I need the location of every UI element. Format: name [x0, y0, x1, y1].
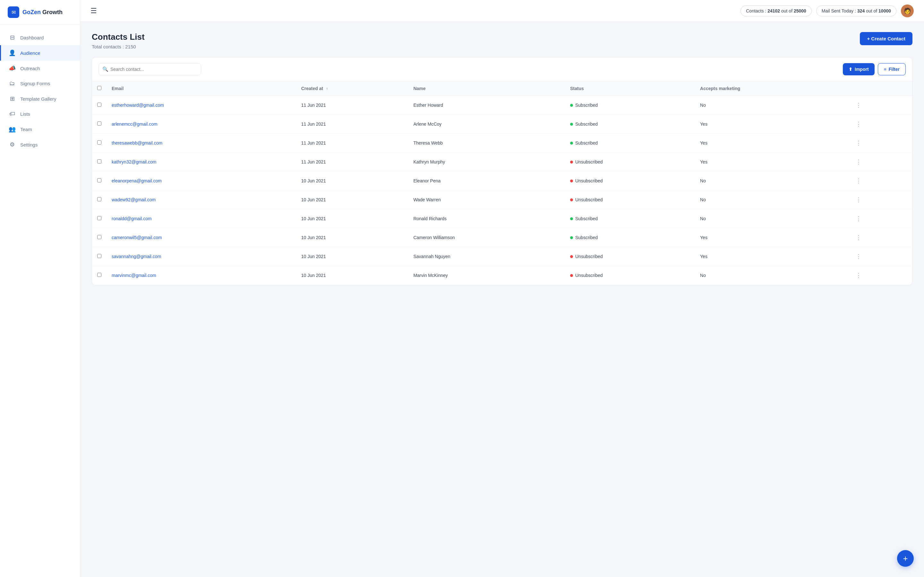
create-contact-button[interactable]: + Create Contact	[860, 32, 913, 45]
avatar[interactable]: 🧑	[901, 5, 914, 17]
row-marketing-2: Yes	[695, 134, 848, 153]
sidebar-item-settings[interactable]: ⚙Settings	[0, 137, 80, 152]
row-created-at-3: 11 Jun 2021	[296, 153, 409, 171]
row-checkbox-cell-1	[92, 115, 107, 134]
row-email-8: savannahng@gmail.com	[107, 247, 296, 266]
select-all-checkbox[interactable]	[97, 86, 102, 90]
row-marketing-7: Yes	[695, 228, 848, 247]
sidebar-item-lists[interactable]: 🏷Lists	[0, 106, 80, 121]
status-dot-9	[570, 274, 573, 277]
header-left: ☰	[90, 7, 97, 15]
email-link-1[interactable]: arlenemcc@gmail.com	[111, 121, 158, 127]
row-checkbox-9[interactable]	[97, 273, 102, 277]
row-checkbox-0[interactable]	[97, 103, 102, 107]
template-gallery-icon: ⊞	[9, 95, 16, 102]
email-link-5[interactable]: wadew92@gmail.com	[111, 197, 156, 202]
page-header: Contacts List Total contacts : 2150 + Cr…	[92, 32, 913, 49]
email-link-3[interactable]: kathryn32@gmail.com	[111, 159, 157, 164]
row-more-button-7[interactable]: ⋮	[853, 233, 864, 242]
import-icon: ⬆	[849, 67, 853, 72]
search-input[interactable]	[99, 63, 201, 75]
row-more-button-3[interactable]: ⋮	[853, 157, 864, 167]
outreach-icon: 📣	[9, 65, 16, 72]
row-checkbox-4[interactable]	[97, 178, 102, 182]
sidebar-label-signup-forms: Signup Forms	[20, 81, 50, 86]
row-more-button-4[interactable]: ⋮	[853, 176, 864, 185]
email-link-9[interactable]: marvinmc@gmail.com	[111, 273, 156, 278]
row-created-at-4: 10 Jun 2021	[296, 171, 409, 190]
status-dot-0	[570, 104, 573, 107]
table-header: Email Created at ↑ Name Status Accepts m…	[92, 81, 912, 96]
hamburger-icon[interactable]: ☰	[90, 7, 97, 15]
col-email: Email	[107, 81, 296, 96]
dashboard-icon: ⊟	[9, 34, 16, 41]
status-dot-4	[570, 179, 573, 182]
toolbar-actions: ⬆ Import ≡ Filter	[843, 63, 906, 75]
row-more-button-1[interactable]: ⋮	[853, 119, 864, 129]
table-row: eleanorpena@gmail.com 10 Jun 2021 Eleano…	[92, 171, 912, 190]
row-more-button-2[interactable]: ⋮	[853, 138, 864, 148]
row-marketing-1: Yes	[695, 115, 848, 134]
row-checkbox-2[interactable]	[97, 140, 102, 145]
row-more-6: ⋮	[848, 210, 912, 228]
row-created-at-5: 10 Jun 2021	[296, 190, 409, 210]
row-more-button-8[interactable]: ⋮	[853, 251, 864, 261]
main-content: Contacts List Total contacts : 2150 + Cr…	[80, 22, 924, 577]
row-checkbox-cell-8	[92, 247, 107, 266]
row-more-2: ⋮	[848, 134, 912, 153]
row-more-button-9[interactable]: ⋮	[853, 271, 864, 280]
row-more-button-6[interactable]: ⋮	[853, 214, 864, 223]
email-link-2[interactable]: theresawebb@gmail.com	[111, 140, 162, 145]
table-header-row: Email Created at ↑ Name Status Accepts m…	[92, 81, 912, 96]
email-link-4[interactable]: eleanorpena@gmail.com	[111, 178, 162, 183]
table-row: cameronwil5@gmail.com 10 Jun 2021 Camero…	[92, 228, 912, 247]
sidebar-item-template-gallery[interactable]: ⊞Template Gallery	[0, 91, 80, 106]
sidebar-item-team[interactable]: 👥Team	[0, 121, 80, 137]
sidebar: ✉ GoZen Growth ⊟Dashboard👤Audience📣Outre…	[0, 0, 80, 577]
row-status-0: Subscribed	[565, 96, 695, 115]
sidebar-label-template-gallery: Template Gallery	[20, 96, 57, 102]
row-name-2: Theresa Webb	[408, 134, 565, 153]
row-checkbox-cell-5	[92, 190, 107, 210]
row-name-5: Wade Warren	[408, 190, 565, 210]
email-link-8[interactable]: savannahng@gmail.com	[111, 254, 161, 259]
fab-button[interactable]: +	[897, 550, 914, 567]
filter-button[interactable]: ≡ Filter	[878, 63, 906, 75]
sidebar-item-dashboard[interactable]: ⊟Dashboard	[0, 30, 80, 45]
sidebar-item-signup-forms[interactable]: 🗂Signup Forms	[0, 76, 80, 91]
row-more-3: ⋮	[848, 153, 912, 171]
lists-icon: 🏷	[9, 111, 16, 117]
email-link-7[interactable]: cameronwil5@gmail.com	[111, 235, 162, 240]
sidebar-item-audience[interactable]: 👤Audience	[0, 45, 80, 61]
email-link-0[interactable]: estherhoward@gmail.com	[111, 103, 164, 108]
row-checkbox-cell-4	[92, 171, 107, 190]
status-dot-6	[570, 218, 573, 220]
row-created-at-8: 10 Jun 2021	[296, 247, 409, 266]
row-checkbox-6[interactable]	[97, 216, 102, 220]
contacts-badge: Contacts : 24102 out of 25000	[740, 5, 812, 16]
settings-icon: ⚙	[9, 141, 16, 148]
status-dot-3	[570, 161, 573, 163]
row-name-9: Marvin McKinney	[408, 266, 565, 285]
page-title: Contacts List	[92, 32, 145, 42]
row-checkbox-7[interactable]	[97, 235, 102, 239]
sidebar-item-outreach[interactable]: 📣Outreach	[0, 61, 80, 76]
row-checkbox-cell-9	[92, 266, 107, 285]
email-link-6[interactable]: ronaldd@gmail.com	[111, 216, 152, 221]
row-more-button-5[interactable]: ⋮	[853, 195, 864, 205]
sidebar-label-outreach: Outreach	[20, 66, 40, 71]
row-checkbox-3[interactable]	[97, 159, 102, 163]
row-more-button-0[interactable]: ⋮	[853, 100, 864, 110]
row-marketing-6: No	[695, 210, 848, 228]
row-checkbox-cell-0	[92, 96, 107, 115]
import-button[interactable]: ⬆ Import	[843, 63, 875, 75]
row-checkbox-5[interactable]	[97, 197, 102, 201]
row-checkbox-1[interactable]	[97, 121, 102, 126]
col-created-at[interactable]: Created at ↑	[296, 81, 409, 96]
row-marketing-0: No	[695, 96, 848, 115]
status-dot-5	[570, 198, 573, 201]
status-dot-7	[570, 236, 573, 239]
row-checkbox-8[interactable]	[97, 254, 102, 258]
row-email-2: theresawebb@gmail.com	[107, 134, 296, 153]
search-wrapper: 🔍	[99, 63, 201, 75]
